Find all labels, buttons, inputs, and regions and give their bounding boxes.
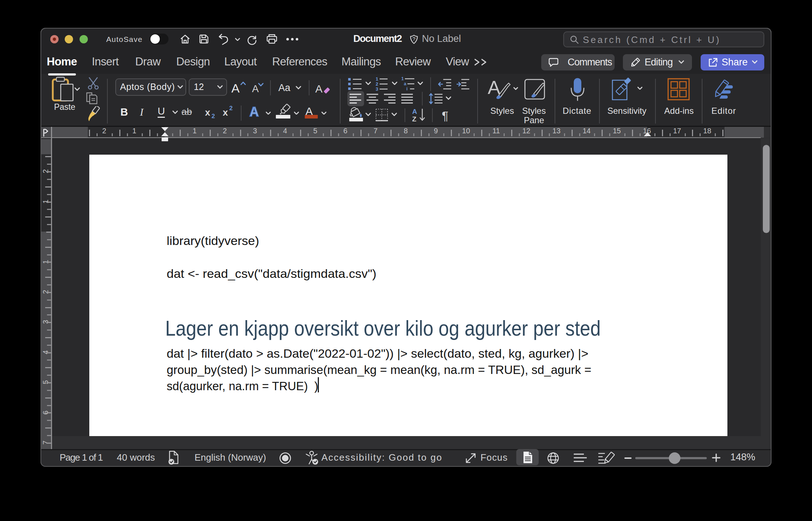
svg-text:2: 2 — [376, 81, 378, 87]
svg-text:1: 1 — [376, 77, 378, 82]
svg-text:?: ? — [413, 36, 415, 42]
svg-text:1: 1 — [401, 77, 404, 81]
svg-text:3: 3 — [376, 86, 378, 91]
svg-text:A: A — [412, 108, 417, 115]
svg-text:Z: Z — [412, 115, 416, 122]
svg-text:i: i — [406, 86, 407, 91]
svg-text:a: a — [404, 81, 406, 86]
